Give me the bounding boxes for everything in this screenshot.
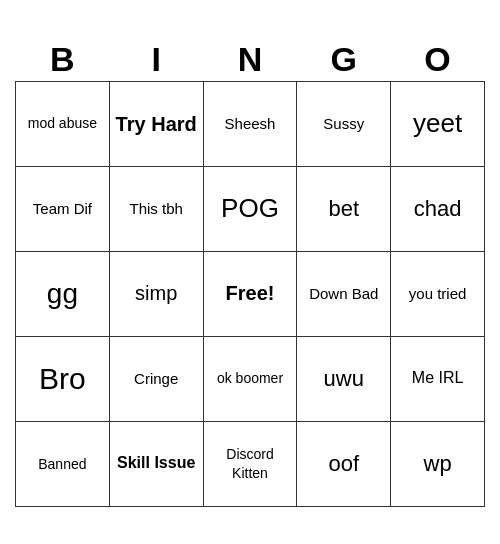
cell-3-5[interactable]: you tried <box>391 251 485 336</box>
cell-1-1[interactable]: mod abuse <box>16 81 110 166</box>
cell-3-3-free[interactable]: Free! <box>203 251 297 336</box>
bingo-row-5: Banned Skill Issue Discord Kitten oof wp <box>16 421 485 506</box>
bingo-row-2: Team Dif This tbh POG bet chad <box>16 166 485 251</box>
cell-1-3[interactable]: Sheesh <box>203 81 297 166</box>
cell-1-2[interactable]: Try Hard <box>109 81 203 166</box>
cell-3-2[interactable]: simp <box>109 251 203 336</box>
cell-2-2[interactable]: This tbh <box>109 166 203 251</box>
cell-4-1[interactable]: Bro <box>16 336 110 421</box>
cell-1-4[interactable]: Sussy <box>297 81 391 166</box>
cell-4-2[interactable]: Cringe <box>109 336 203 421</box>
bingo-header-row: B I N G O <box>16 38 485 82</box>
bingo-row-1: mod abuse Try Hard Sheesh Sussy yeet <box>16 81 485 166</box>
cell-2-4[interactable]: bet <box>297 166 391 251</box>
header-o: O <box>391 38 485 82</box>
cell-2-5[interactable]: chad <box>391 166 485 251</box>
header-b: B <box>16 38 110 82</box>
cell-5-4[interactable]: oof <box>297 421 391 506</box>
bingo-row-4: Bro Cringe ok boomer uwu Me IRL <box>16 336 485 421</box>
header-n: N <box>203 38 297 82</box>
header-i: I <box>109 38 203 82</box>
cell-1-5[interactable]: yeet <box>391 81 485 166</box>
cell-5-1[interactable]: Banned <box>16 421 110 506</box>
cell-3-4[interactable]: Down Bad <box>297 251 391 336</box>
bingo-row-3: gg simp Free! Down Bad you tried <box>16 251 485 336</box>
cell-5-3[interactable]: Discord Kitten <box>203 421 297 506</box>
cell-4-5[interactable]: Me IRL <box>391 336 485 421</box>
cell-4-3[interactable]: ok boomer <box>203 336 297 421</box>
cell-4-4[interactable]: uwu <box>297 336 391 421</box>
header-g: G <box>297 38 391 82</box>
cell-2-1[interactable]: Team Dif <box>16 166 110 251</box>
cell-3-1[interactable]: gg <box>16 251 110 336</box>
cell-2-3[interactable]: POG <box>203 166 297 251</box>
cell-5-2[interactable]: Skill Issue <box>109 421 203 506</box>
cell-5-5[interactable]: wp <box>391 421 485 506</box>
